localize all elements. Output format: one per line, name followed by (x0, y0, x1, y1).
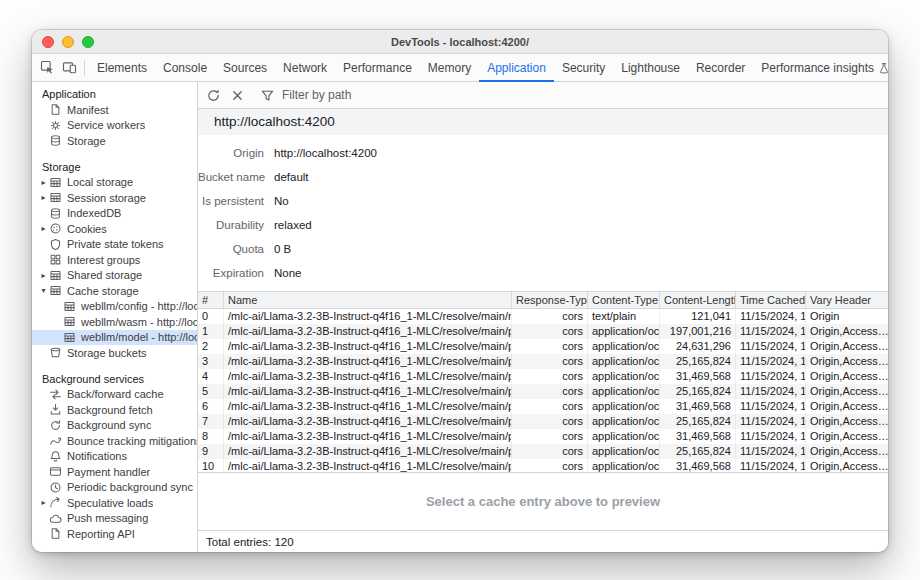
tab-recorder[interactable]: Recorder (688, 54, 753, 82)
sidebar-item-shared-storage[interactable]: ▸Shared storage (32, 268, 197, 284)
column-header-name[interactable]: Name (224, 292, 512, 308)
cell-response-type: cors (512, 324, 588, 339)
filter-input[interactable]: Filter by path (256, 84, 351, 106)
sidebar-item-service-workers[interactable]: Service workers (32, 118, 197, 134)
column-header-content-length[interactable]: Content-Length (660, 292, 736, 308)
chevron-right-icon[interactable]: ▸ (38, 271, 49, 280)
cell-content-type: application/oc… (588, 444, 660, 459)
cell-content-length: 31,469,568 (660, 459, 736, 472)
cache-toolbar: Filter by path (198, 82, 888, 109)
devtools-body: ApplicationManifestService workersStorag… (32, 82, 888, 552)
sidebar-item-indexeddb[interactable]: IndexedDB (32, 206, 197, 222)
column-header-content-type[interactable]: Content-Type (588, 292, 660, 308)
chevron-down-icon[interactable]: ▾ (38, 286, 49, 295)
cell-content-length: 25,165,824 (660, 384, 736, 399)
cell-response-type: cors (512, 459, 588, 472)
cell-name: /mlc-ai/Llama-3.2-3B-Instruct-q4f16_1-ML… (224, 339, 512, 354)
column-header-index[interactable]: # (198, 292, 224, 308)
cell-vary-header: Origin,Access… (806, 339, 888, 354)
cell-index: 10 (198, 459, 224, 472)
sidebar-item-session-storage[interactable]: ▸Session storage (32, 190, 197, 206)
sidebar-item-label: Manifest (67, 104, 109, 116)
tab-console[interactable]: Console (155, 54, 215, 82)
chevron-right-icon[interactable]: ▸ (38, 178, 49, 187)
tab-label: Performance (343, 61, 412, 75)
tab-network[interactable]: Network (275, 54, 335, 82)
cache-entry-row[interactable]: 3/mlc-ai/Llama-3.2-3B-Instruct-q4f16_1-M… (198, 354, 888, 369)
delete-selected-icon[interactable] (226, 84, 248, 106)
cookie-icon (49, 222, 62, 235)
refresh-icon[interactable] (202, 84, 224, 106)
metadata-value: No (274, 195, 289, 207)
sidebar-item-storage[interactable]: Storage (32, 133, 197, 149)
tab-sources[interactable]: Sources (215, 54, 275, 82)
cache-entry-row[interactable]: 8/mlc-ai/Llama-3.2-3B-Instruct-q4f16_1-M… (198, 429, 888, 444)
cache-entry-row[interactable]: 9/mlc-ai/Llama-3.2-3B-Instruct-q4f16_1-M… (198, 444, 888, 459)
sidebar-item-background-sync[interactable]: Background sync (32, 418, 197, 434)
sidebar-item-periodic-background-sync[interactable]: Periodic background sync (32, 480, 197, 496)
table-header: #NameResponse-TypeContent-TypeContent-Le… (198, 292, 888, 309)
tab-performance-insights[interactable]: Performance insights (753, 54, 888, 82)
cell-name: /mlc-ai/Llama-3.2-3B-Instruct-q4f16_1-ML… (224, 429, 512, 444)
sidebar-item-storage-buckets[interactable]: Storage buckets (32, 345, 197, 361)
sidebar-item-webllm-config-http-loc[interactable]: webllm/config - http://loc… (32, 299, 197, 315)
sidebar-item-private-state-tokens[interactable]: Private state tokens (32, 237, 197, 253)
sidebar-item-reporting-api[interactable]: Reporting API (32, 526, 197, 542)
cache-entry-row[interactable]: 6/mlc-ai/Llama-3.2-3B-Instruct-q4f16_1-M… (198, 399, 888, 414)
cache-entry-row[interactable]: 7/mlc-ai/Llama-3.2-3B-Instruct-q4f16_1-M… (198, 414, 888, 429)
tab-application[interactable]: Application (479, 54, 554, 82)
sidebar-item-label: Back/forward cache (67, 388, 164, 400)
cell-content-length: 121,041 (660, 309, 736, 324)
column-header-time-cached[interactable]: Time Cached (736, 292, 806, 308)
device-toolbar-icon[interactable] (58, 57, 80, 79)
sidebar-item-local-storage[interactable]: ▸Local storage (32, 175, 197, 191)
sidebar-item-label: Cache storage (67, 285, 139, 297)
sidebar-item-cache-storage[interactable]: ▾Cache storage (32, 283, 197, 299)
sidebar-item-label: Background fetch (67, 404, 153, 416)
chevron-right-icon[interactable]: ▸ (38, 224, 49, 233)
column-header-response-type[interactable]: Response-Type (512, 292, 588, 308)
cell-content-type: application/oc… (588, 399, 660, 414)
clock-icon (49, 481, 62, 494)
sidebar-item-webllm-model-http-loc[interactable]: webllm/model - http://loc… (32, 330, 197, 346)
tab-memory[interactable]: Memory (420, 54, 479, 82)
document-icon (49, 103, 62, 116)
tab-label: Sources (223, 61, 267, 75)
table-icon (49, 269, 62, 282)
preview-pane: Select a cache entry above to preview (198, 472, 888, 530)
inspect-element-icon[interactable] (36, 57, 58, 79)
tab-elements[interactable]: Elements (89, 54, 155, 82)
sidebar-item-background-fetch[interactable]: Background fetch (32, 402, 197, 418)
chevron-right-icon[interactable]: ▸ (38, 193, 49, 202)
sidebar-item-webllm-wasm-http-loca[interactable]: webllm/wasm - http://loca… (32, 314, 197, 330)
sidebar-item-cookies[interactable]: ▸Cookies (32, 221, 197, 237)
cache-entry-row[interactable]: 10/mlc-ai/Llama-3.2-3B-Instruct-q4f16_1-… (198, 459, 888, 472)
sidebar-item-label: Periodic background sync (67, 481, 193, 493)
cache-entry-row[interactable]: 2/mlc-ai/Llama-3.2-3B-Instruct-q4f16_1-M… (198, 339, 888, 354)
cache-entry-row[interactable]: 4/mlc-ai/Llama-3.2-3B-Instruct-q4f16_1-M… (198, 369, 888, 384)
sidebar-item-notifications[interactable]: Notifications (32, 449, 197, 465)
service-workers-icon (49, 119, 62, 132)
cell-vary-header: Origin,Access… (806, 324, 888, 339)
cache-entry-row[interactable]: 1/mlc-ai/Llama-3.2-3B-Instruct-q4f16_1-M… (198, 324, 888, 339)
cache-entry-row[interactable]: 0/mlc-ai/Llama-3.2-3B-Instruct-q4f16_1-M… (198, 309, 888, 324)
cell-index: 5 (198, 384, 224, 399)
sidebar-item-push-messaging[interactable]: Push messaging (32, 511, 197, 527)
sidebar-item-speculative-loads[interactable]: ▸Speculative loads (32, 495, 197, 511)
sidebar-item-interest-groups[interactable]: Interest groups (32, 252, 197, 268)
sidebar-item-bounce-tracking-mitigations[interactable]: Bounce tracking mitigations (32, 433, 197, 449)
sidebar-item-label: webllm/model - http://loc… (81, 331, 197, 343)
tab-security[interactable]: Security (554, 54, 613, 82)
bucket-icon (49, 346, 62, 359)
sidebar-item-back-forward-cache[interactable]: Back/forward cache (32, 387, 197, 403)
cache-entry-row[interactable]: 5/mlc-ai/Llama-3.2-3B-Instruct-q4f16_1-M… (198, 384, 888, 399)
sidebar-item-manifest[interactable]: Manifest (32, 102, 197, 118)
tab-lighthouse[interactable]: Lighthouse (613, 54, 688, 82)
cell-index: 3 (198, 354, 224, 369)
chevron-right-icon[interactable]: ▸ (38, 498, 49, 507)
column-header-vary-header[interactable]: Vary Header (806, 292, 888, 308)
cell-index: 0 (198, 309, 224, 324)
metadata-value: 0 B (274, 243, 291, 255)
sidebar-item-payment-handler[interactable]: Payment handler (32, 464, 197, 480)
tab-performance[interactable]: Performance (335, 54, 420, 82)
